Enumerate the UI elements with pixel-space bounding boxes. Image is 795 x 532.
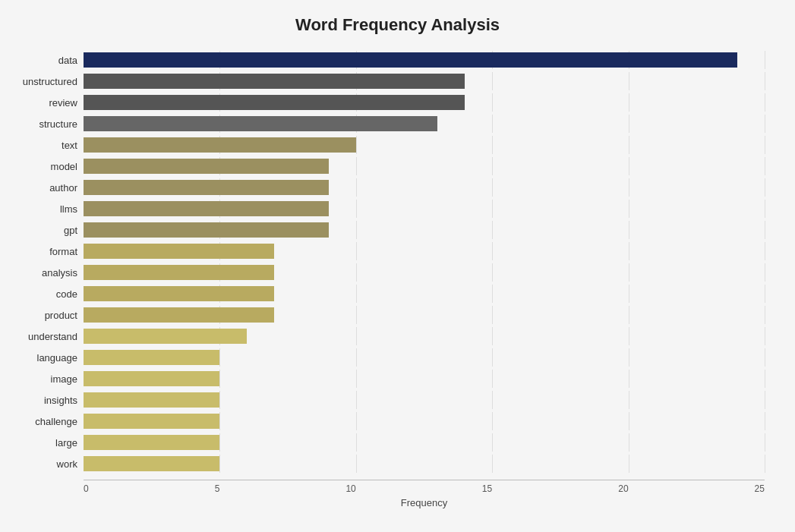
bar-track — [84, 159, 765, 174]
bar-track — [84, 414, 765, 429]
gridline — [356, 433, 357, 452]
gridline — [765, 157, 765, 175]
bar-label: insights — [8, 395, 84, 406]
bar-fill — [84, 201, 329, 216]
x-axis-line — [84, 480, 765, 480]
x-axis-label: Frequency — [84, 497, 765, 508]
bar-fill — [84, 456, 219, 471]
bar-label: analysis — [8, 267, 84, 279]
bar-fill — [84, 414, 219, 429]
gridline — [356, 221, 357, 239]
gridline — [765, 136, 765, 154]
bar-label: model — [8, 161, 84, 172]
gridline — [492, 412, 493, 430]
gridline — [765, 391, 765, 409]
gridline — [356, 200, 357, 218]
bar-track — [84, 435, 765, 450]
bar-label: understand — [8, 331, 84, 342]
bar-track — [84, 392, 765, 408]
bar-fill — [84, 159, 329, 174]
gridline — [765, 242, 765, 260]
gridline — [629, 285, 629, 303]
bar-label: language — [8, 352, 84, 364]
gridline — [629, 306, 629, 324]
gridline — [629, 136, 629, 154]
bar-row: model — [84, 156, 765, 176]
bar-row: llms — [84, 199, 765, 219]
bar-track — [84, 74, 765, 89]
bar-track — [84, 222, 765, 238]
bar-fill — [84, 52, 737, 68]
x-tick: 20 — [618, 483, 628, 494]
bar-label: gpt — [8, 225, 84, 236]
gridline — [629, 93, 629, 112]
bar-row: unstructured — [84, 71, 765, 91]
gridline — [629, 327, 629, 345]
bar-fill — [84, 74, 465, 89]
x-tick: 25 — [755, 483, 765, 494]
gridline — [492, 370, 493, 388]
gridline — [492, 115, 493, 133]
gridline — [765, 285, 765, 303]
gridline — [629, 200, 629, 218]
bar-row: language — [84, 348, 765, 367]
gridline — [492, 391, 493, 409]
gridline — [492, 285, 493, 303]
gridline — [356, 370, 357, 388]
bar-row: review — [84, 93, 765, 112]
gridline — [765, 370, 765, 388]
bar-track — [84, 137, 765, 153]
gridline — [492, 348, 493, 367]
x-tick: 10 — [345, 483, 355, 494]
x-axis: 0510152025 Frequency — [84, 480, 765, 510]
gridline — [492, 93, 493, 112]
gridline — [765, 263, 765, 282]
bar-row: analysis — [84, 263, 765, 282]
gridline — [765, 115, 765, 133]
bar-label: work — [8, 458, 84, 470]
gridline — [765, 51, 765, 69]
gridline — [492, 221, 493, 239]
gridline — [492, 72, 493, 90]
bar-row: gpt — [84, 220, 765, 240]
gridline — [765, 178, 765, 197]
gridline — [356, 348, 357, 367]
gridline — [356, 455, 357, 473]
bar-row: image — [84, 369, 765, 389]
bar-label: image — [8, 373, 84, 385]
bar-label: unstructured — [8, 76, 84, 87]
bar-track — [84, 95, 765, 110]
gridline — [356, 157, 357, 175]
bar-row: product — [84, 305, 765, 325]
bar-label: large — [8, 437, 84, 449]
gridline — [492, 242, 493, 260]
gridline — [765, 93, 765, 112]
bar-fill — [84, 329, 247, 344]
gridline — [356, 306, 357, 324]
gridline — [492, 178, 493, 197]
gridline — [629, 263, 629, 282]
bar-label: llms — [8, 203, 84, 215]
bar-fill — [84, 95, 465, 110]
chart-container: Word Frequency Analysis dataunstructured… — [0, 0, 795, 532]
gridline — [629, 370, 629, 388]
gridline — [492, 433, 493, 452]
gridline — [629, 455, 629, 473]
bar-row: data — [84, 50, 765, 70]
bar-fill — [84, 371, 219, 386]
gridline — [219, 455, 220, 473]
bar-fill — [84, 392, 219, 408]
bar-track — [84, 52, 765, 68]
bar-label: code — [8, 288, 84, 300]
gridline — [765, 455, 765, 473]
gridline — [765, 72, 765, 90]
gridline — [765, 221, 765, 239]
gridline — [629, 433, 629, 452]
gridline — [765, 433, 765, 452]
bar-label: challenge — [8, 416, 84, 427]
x-tick: 5 — [215, 483, 220, 494]
gridline — [629, 242, 629, 260]
bar-fill — [84, 350, 219, 365]
bar-track — [84, 244, 765, 259]
gridline — [492, 306, 493, 324]
